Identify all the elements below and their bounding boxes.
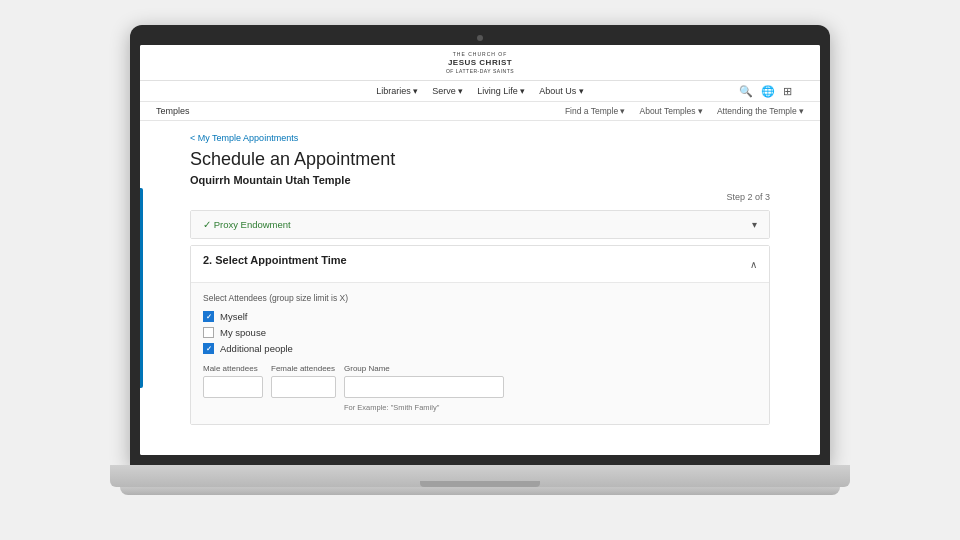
- nav-libraries[interactable]: Libraries ▾: [376, 86, 418, 96]
- sub-nav-about-temples[interactable]: About Temples ▾: [639, 106, 702, 116]
- search-icon[interactable]: 🔍: [739, 85, 753, 98]
- screen-bezel: The Church of Jesus Christ of Latter-day…: [130, 25, 830, 465]
- accordion-active: 2. Select Appointment Time ∧ Select Atte…: [190, 245, 770, 425]
- laptop-frame: The Church of Jesus Christ of Latter-day…: [90, 25, 870, 515]
- sub-nav-temples[interactable]: Temples: [156, 106, 190, 116]
- main-nav-wrapper: Libraries ▾ Serve ▾ Living Life ▾ About …: [140, 81, 820, 102]
- male-attendees-input[interactable]: [203, 376, 263, 398]
- attendees-label: Select Attendees (group size limit is X): [203, 293, 757, 303]
- website: The Church of Jesus Christ of Latter-day…: [140, 45, 820, 455]
- checkbox-group: Myself My spouse: [203, 311, 757, 354]
- checkbox-spouse[interactable]: My spouse: [203, 327, 757, 338]
- logo-line2: Jesus Christ: [372, 58, 588, 68]
- step-indicator: Step 2 of 3: [190, 192, 770, 202]
- checkbox-spouse-box[interactable]: [203, 327, 214, 338]
- main-content: < My Temple Appointments Schedule an App…: [140, 121, 820, 455]
- logo-area: The Church of Jesus Christ of Latter-day…: [372, 51, 588, 74]
- page-title: Schedule an Appointment: [190, 149, 770, 170]
- logo-line3: of Latter-day Saints: [372, 68, 588, 75]
- completed-title: ✓ Proxy Endowment: [203, 219, 291, 230]
- screen: The Church of Jesus Christ of Latter-day…: [140, 45, 820, 455]
- male-field-group: Male attendees: [203, 364, 263, 398]
- female-field-label: Female attendees: [271, 364, 336, 373]
- nav-about-us[interactable]: About Us ▾: [539, 86, 584, 96]
- accordion-active-header[interactable]: 2. Select Appointment Time ∧: [191, 246, 769, 282]
- checkbox-myself[interactable]: Myself: [203, 311, 757, 322]
- fields-row: Male attendees Female attendees Group Na…: [203, 364, 757, 412]
- active-chevron: ∧: [750, 259, 757, 270]
- globe-icon[interactable]: 🌐: [761, 85, 775, 98]
- section-number: 2.: [203, 254, 212, 266]
- female-field-group: Female attendees: [271, 364, 336, 398]
- temple-name: Oquirrh Mountain Utah Temple: [190, 174, 770, 186]
- active-section-title: 2. Select Appointment Time: [203, 254, 347, 266]
- accordion-body: Select Attendees (group size limit is X)…: [191, 282, 769, 424]
- sub-nav-find-temple[interactable]: Find a Temple ▾: [565, 106, 626, 116]
- back-link[interactable]: < My Temple Appointments: [190, 133, 770, 143]
- group-name-field-group: Group Name For Example: "Smith Family": [344, 364, 504, 412]
- female-attendees-input[interactable]: [271, 376, 336, 398]
- nav-living-life[interactable]: Living Life ▾: [477, 86, 525, 96]
- male-field-label: Male attendees: [203, 364, 263, 373]
- main-nav: Libraries ▾ Serve ▾ Living Life ▾ About …: [140, 81, 820, 102]
- sub-nav: Temples Find a Temple ▾ About Temples ▾ …: [140, 102, 820, 121]
- group-name-hint: For Example: "Smith Family": [344, 403, 504, 412]
- grid-icon[interactable]: ⊞: [783, 85, 792, 98]
- sub-nav-attending[interactable]: Attending the Temple ▾: [717, 106, 804, 116]
- group-name-input[interactable]: [344, 376, 504, 398]
- group-name-label: Group Name: [344, 364, 504, 373]
- checkbox-spouse-label: My spouse: [220, 327, 266, 338]
- checkbox-additional-label: Additional people: [220, 343, 293, 354]
- checkbox-myself-label: Myself: [220, 311, 247, 322]
- accordion-completed: ✓ Proxy Endowment ▾: [190, 210, 770, 239]
- checkbox-myself-box[interactable]: [203, 311, 214, 322]
- logo: The Church of Jesus Christ of Latter-day…: [372, 51, 588, 74]
- top-nav: The Church of Jesus Christ of Latter-day…: [140, 45, 820, 81]
- laptop-keyboard: [120, 487, 840, 495]
- laptop-base: [110, 465, 850, 487]
- completed-chevron: ▾: [752, 219, 757, 230]
- accordion-completed-header[interactable]: ✓ Proxy Endowment ▾: [191, 211, 769, 238]
- nav-serve[interactable]: Serve ▾: [432, 86, 463, 96]
- sub-nav-right: Find a Temple ▾ About Temples ▾ Attendin…: [565, 106, 804, 116]
- camera: [477, 35, 483, 41]
- checkbox-additional-box[interactable]: [203, 343, 214, 354]
- nav-icons: 🔍 🌐 ⊞: [739, 85, 792, 98]
- checkbox-additional[interactable]: Additional people: [203, 343, 757, 354]
- accent-bar: [140, 188, 143, 388]
- section-label: Select Appointment Time: [215, 254, 346, 266]
